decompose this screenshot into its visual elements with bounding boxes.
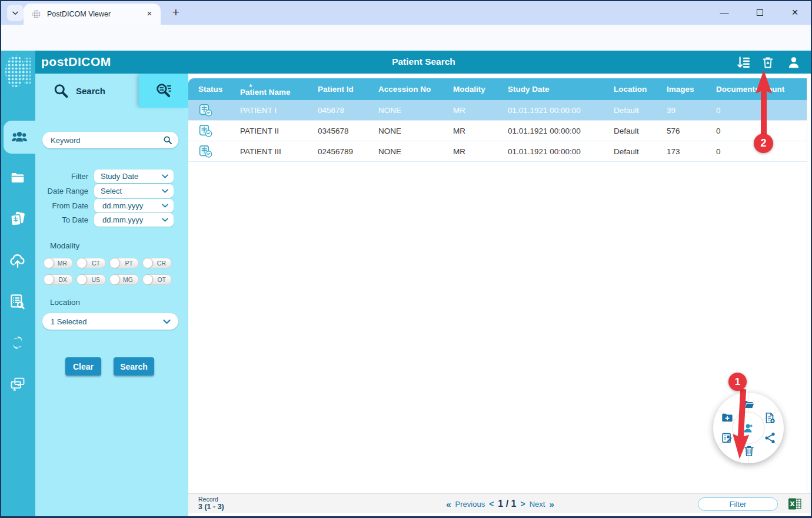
modality-toggle-ct[interactable]: CT (76, 258, 106, 268)
previous-page-button[interactable]: Previous (455, 500, 485, 509)
col-images[interactable]: Images (667, 85, 716, 94)
chevron-down-icon (161, 187, 169, 195)
modality-toggle-us[interactable]: US (76, 274, 106, 285)
search-tab-label: Search (76, 86, 105, 96)
tab-advanced-search[interactable] (139, 74, 188, 108)
recycle-bin-icon[interactable] (761, 55, 776, 70)
window-close-button[interactable]: × (786, 4, 804, 21)
from-date-label: From Date (35, 201, 94, 210)
browser-tab[interactable]: PostDICOM Viewer × (24, 4, 161, 25)
study-status-icon (198, 124, 240, 137)
tab-close-icon[interactable]: × (144, 9, 155, 19)
cell-study-date: 01.01.1921 00:00:00 (508, 106, 614, 115)
col-status[interactable]: Status (198, 85, 240, 94)
modality-toggle-dx[interactable]: DX (44, 274, 73, 285)
add-document-icon[interactable] (763, 411, 776, 424)
cell-patient-id: 02456789 (318, 147, 378, 156)
folder-icon (9, 170, 26, 185)
table-row[interactable]: PATIENT I 045678 NONE MR 01.01.1921 00:0… (188, 100, 807, 121)
cell-study-date: 01.01.1921 00:00:00 (508, 147, 614, 156)
browser-toolbar: germany.postdicom.com/Viewer/Main GA ☆ ⋮ (0, 25, 812, 51)
sidebar-item-order-search[interactable] (0, 287, 35, 316)
cell-accession: NONE (378, 147, 453, 156)
cell-modality: MR (453, 147, 508, 156)
filter-select[interactable]: Study Date (94, 170, 174, 183)
export-excel-icon[interactable]: X (788, 497, 802, 511)
screens-share-icon (9, 376, 26, 392)
filter-row-from-date: From Date dd.mm.yyyy (35, 199, 188, 212)
from-date-select[interactable]: dd.mm.yyyy (94, 199, 174, 212)
cell-accession: NONE (378, 127, 453, 135)
table-header-row: Status ▲Patient Name Patient Id Accessio… (188, 78, 807, 100)
sidebar-item-studies[interactable] (0, 205, 35, 233)
col-location[interactable]: Location (614, 85, 667, 94)
sidebar-item-upload[interactable] (0, 247, 35, 275)
search-button[interactable]: Search (114, 357, 154, 376)
to-date-select[interactable]: dd.mm.yyyy (94, 213, 174, 227)
chevron-down-icon (161, 202, 169, 210)
user-account-icon[interactable] (786, 55, 801, 70)
modality-toggle-mr[interactable]: MR (44, 258, 73, 268)
window-minimize-button[interactable]: — (716, 4, 733, 21)
keyword-input[interactable] (51, 136, 163, 145)
modality-toggle-mg[interactable]: MG (109, 274, 139, 285)
table-footer: Record 3 (1 - 3) « Previous < 1 / 1 > Ne… (188, 493, 812, 513)
sidebar-item-folders[interactable] (0, 164, 35, 192)
location-select[interactable]: 1 Selected (42, 313, 178, 330)
cell-patient-name: PATIENT I (240, 106, 318, 115)
col-accession-no[interactable]: Accession No (378, 85, 453, 94)
cell-images: 576 (667, 127, 716, 135)
table-row[interactable]: PATIENT II 0345678 NONE MR 01.01.1921 00… (188, 121, 807, 141)
filter-row-date-range: Date Range Select (35, 184, 188, 198)
filter-button[interactable]: Filter (698, 497, 778, 511)
study-status-icon (198, 145, 240, 158)
window-maximize-button[interactable] (751, 4, 768, 21)
sidebar-item-viewing-rooms[interactable] (0, 370, 35, 398)
modality-toggle-pt[interactable]: PT (109, 258, 139, 268)
chevron-down-icon (161, 172, 169, 180)
col-patient-name[interactable]: ▲Patient Name (240, 82, 318, 97)
sidebar-item-patient-search[interactable] (4, 121, 35, 154)
col-patient-id[interactable]: Patient Id (318, 85, 378, 94)
page-indicator: 1 / 1 (498, 499, 516, 509)
advanced-search-icon (155, 82, 172, 99)
annotation-step-2: 2 (754, 134, 773, 153)
date-range-select[interactable]: Select (94, 184, 174, 198)
next-chevron[interactable]: > (520, 499, 525, 509)
filter-row-to-date: To Date dd.mm.yyyy (35, 213, 188, 227)
col-modality[interactable]: Modality (453, 85, 508, 94)
patients-icon (9, 128, 29, 146)
clear-button[interactable]: Clear (65, 357, 101, 376)
tab-basic-search[interactable]: Search (35, 74, 137, 108)
new-tab-button[interactable]: + (168, 5, 184, 21)
chevron-down-icon (162, 317, 171, 326)
annotation-step-1: 1 (728, 373, 747, 391)
to-date-label: To Date (35, 215, 94, 224)
modality-section-label: Modality (50, 241, 79, 250)
keyword-search-icon[interactable] (163, 135, 172, 145)
next-page-button[interactable]: Next (530, 500, 545, 509)
sidebar-item-transfer[interactable] (0, 328, 35, 357)
col-study-date[interactable]: Study Date (508, 85, 614, 94)
first-page-button[interactable]: « (446, 499, 451, 509)
table-scroll-track[interactable] (807, 78, 807, 493)
cloud-upload-icon (8, 252, 27, 270)
sort-asc-icon: ▲ (248, 82, 318, 88)
page-title: Patient Search (35, 57, 812, 67)
sort-icon[interactable] (736, 55, 751, 70)
prev-chevron[interactable]: < (489, 499, 494, 509)
last-page-button[interactable]: » (549, 499, 554, 509)
cell-modality: MR (453, 127, 508, 135)
modality-toggle-cr[interactable]: CR (142, 258, 172, 268)
table-row[interactable]: PATIENT III 02456789 NONE MR 01.01.1921 … (188, 141, 807, 162)
share-icon[interactable] (764, 431, 777, 444)
sync-arrows-icon (9, 334, 26, 351)
modality-toggle-ot[interactable]: OT (142, 274, 172, 285)
favicon (32, 9, 41, 19)
search-icon (53, 83, 69, 99)
list-search-icon (9, 293, 26, 310)
keyword-search-box[interactable] (42, 132, 178, 148)
app-header: postDICOM Patient Search (35, 51, 812, 74)
tab-search-chevron-icon[interactable] (7, 5, 24, 21)
cell-location: Default (614, 127, 667, 135)
